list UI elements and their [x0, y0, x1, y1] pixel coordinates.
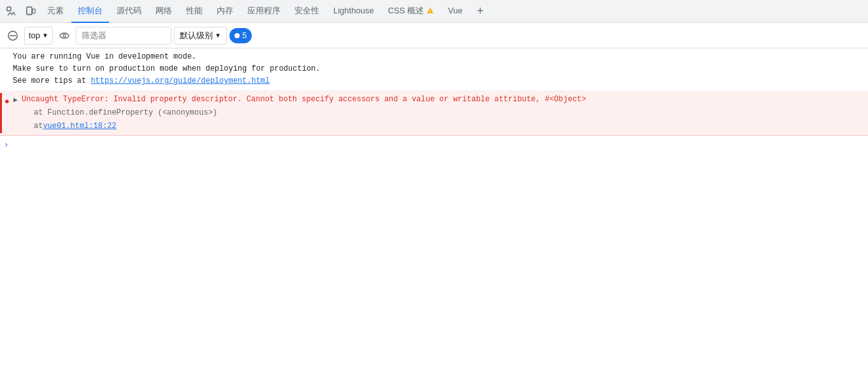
tab-css-overview[interactable]: CSS 概述 ! — [382, 0, 440, 23]
error-source-link[interactable]: vue01.html:18:22 — [43, 120, 116, 132]
filter-input[interactable] — [76, 27, 171, 45]
add-tab-button[interactable]: + — [472, 3, 489, 20]
svg-rect-2 — [33, 9, 35, 13]
error-stack-2: at vue01.html:18:22 — [0, 120, 868, 133]
console-content: You are running Vue in development mode.… — [0, 48, 868, 372]
level-label: 默认级别 — [180, 30, 213, 41]
prompt-line: › — [0, 136, 868, 141]
error-main-line: ● ▶ Uncaught TypeError: Invalid property… — [0, 93, 868, 106]
chevron-down-icon2: ▼ — [215, 32, 221, 39]
tab-elements[interactable]: 元素 — [41, 0, 70, 23]
tab-bar: 元素 控制台 源代码 网络 性能 内存 应用程序 安全性 Lighthouse … — [0, 0, 868, 23]
error-main-text: Uncaught TypeError: Invalid property des… — [13, 94, 586, 106]
tab-security[interactable]: 安全性 — [288, 0, 326, 23]
info-line-1: You are running Vue in development mode. — [13, 51, 864, 63]
svg-point-9 — [63, 34, 66, 36]
message-count-badge[interactable]: 5 — [229, 28, 252, 43]
error-at1-text: at Function.defineProperty (<anonymous>) — [34, 107, 217, 119]
message-count: 5 — [242, 31, 247, 40]
tab-network[interactable]: 网络 — [149, 0, 178, 23]
svg-point-3 — [29, 13, 29, 13]
info-line-2: Make sure to turn on production mode whe… — [13, 63, 864, 75]
info-line-3: See more tips at https://vuejs.org/guide… — [13, 75, 864, 87]
context-label: top — [29, 31, 40, 40]
warning-icon: ! — [426, 7, 434, 15]
prompt-icon: › — [4, 139, 9, 152]
clear-console-button[interactable] — [4, 27, 22, 45]
tab-vue[interactable]: Vue — [442, 0, 469, 23]
error-block: ● ▶ Uncaught TypeError: Invalid property… — [0, 91, 868, 136]
level-selector[interactable]: 默认级别 ▼ — [174, 27, 227, 45]
eye-button[interactable] — [55, 27, 73, 45]
info-block: You are running Vue in development mode.… — [0, 48, 868, 91]
inspect-icon-btn[interactable] — [3, 3, 20, 20]
clear-icon — [8, 31, 18, 41]
tab-console[interactable]: 控制台 — [71, 0, 109, 23]
deployment-link[interactable]: https://vuejs.org/guide/deployment.html — [90, 76, 270, 85]
error-stack-1: at Function.defineProperty (<anonymous>) — [0, 106, 868, 120]
toolbar: top ▼ 默认级别 ▼ 5 — [0, 23, 868, 48]
expand-arrow[interactable]: ▶ — [13, 95, 18, 106]
tab-sources[interactable]: 源代码 — [110, 0, 148, 23]
context-selector[interactable]: top ▼ — [24, 27, 53, 45]
tab-lighthouse[interactable]: Lighthouse — [327, 0, 380, 23]
chevron-down-icon: ▼ — [42, 32, 48, 39]
svg-text:!: ! — [430, 9, 431, 13]
tab-application[interactable]: 应用程序 — [241, 0, 287, 23]
eye-icon — [59, 31, 69, 41]
message-dot — [235, 33, 240, 38]
svg-rect-0 — [7, 7, 11, 11]
device-icon-btn[interactable] — [22, 3, 40, 20]
tab-performance[interactable]: 性能 — [180, 0, 209, 23]
tab-memory[interactable]: 内存 — [210, 0, 240, 23]
